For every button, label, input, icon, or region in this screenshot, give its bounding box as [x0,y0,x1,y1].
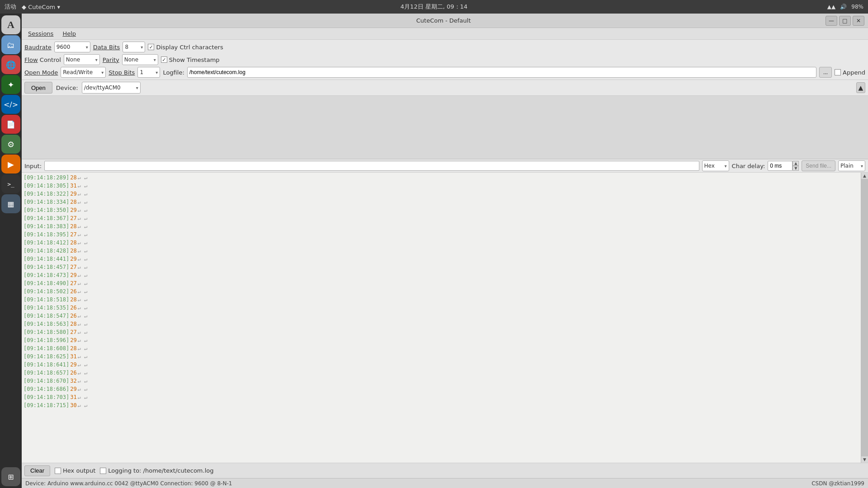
log-time: [09:14:18:289] [24,174,69,182]
log-time: [09:14:18:367] [24,214,69,222]
close-button[interactable]: ✕ [853,16,864,26]
logging-checkbox[interactable]: Logging to: /home/text/cutecom.log [100,467,213,474]
status-bar: Device: Arduino www.arduino.cc 0042 @tty… [22,478,868,488]
grid-icon[interactable]: ⊞ [1,467,20,486]
maximize-button[interactable]: □ [839,16,851,26]
text-editor-icon[interactable]: A [1,15,20,34]
log-value: 28 [70,222,76,230]
open-button[interactable]: Open [24,82,52,94]
app-menu-label[interactable]: ◆ CuteCom ▾ [22,4,60,10]
hex-mode-select[interactable]: Hex ▾ [702,160,729,171]
log-value: 29 [70,255,76,263]
log-line: [09:14:18:383] 28 ↵ ↵ [24,222,866,230]
logfile-input[interactable] [187,67,816,78]
append-check [835,69,841,75]
log-value: 31 [70,182,76,190]
scroll-down-icon[interactable]: ▼ [862,456,867,463]
collapse-arrow-icon[interactable]: ▲ [856,82,865,93]
baudrate-select[interactable]: 9600 ▾ [54,42,90,52]
log-line: [09:14:18:367] 27 ↵ ↵ [24,214,866,222]
spinner-down-icon[interactable]: ▼ [793,166,799,171]
log-value: 27 [70,230,76,239]
data-bits-label: Data Bits [93,44,120,51]
help-menu[interactable]: Help [59,29,80,38]
log-value: 28 [70,239,76,247]
toolbar-row-3: Open Mode Read/Write ▾ Stop Bits 1 ▾ Log… [24,67,865,78]
toolbar: Baudrate 9600 ▾ Data Bits 8 ▾ Display Ct… [22,40,868,80]
stop-bits-select[interactable]: 1 ▾ [137,67,160,78]
log-time: [09:14:18:305] [24,182,69,190]
pdf-icon[interactable]: 📄 [1,115,20,134]
log-time: [09:14:18:428] [24,247,69,255]
log-raw: ↵ ↵ [78,214,88,222]
log-area[interactable]: [09:14:18:289] 28 ↵ ↵[09:14:18:305] 31 ↵… [22,173,868,462]
spin-icon[interactable]: ✦ [1,75,20,94]
sessions-menu[interactable]: Sessions [24,29,57,38]
send-file-button[interactable]: Send file... [802,160,835,171]
volume-icon: 🔊 [840,4,847,10]
log-value: 26 [70,312,76,320]
flow-control-select[interactable]: None ▾ [64,54,100,65]
log-raw: ↵ ↵ [78,206,88,214]
terminal-icon[interactable]: >_ [1,174,20,193]
log-time: [09:14:18:457] [24,263,69,271]
data-bits-select[interactable]: 8 ▾ [123,42,145,52]
gear-icon[interactable]: ⚙ [1,135,20,154]
log-time: [09:14:18:383] [24,222,69,230]
display-ctrl-checkbox[interactable]: Display Ctrl characters [148,44,223,51]
log-value: 28 [70,344,76,352]
log-time: [09:14:18:322] [24,190,69,198]
log-value: 29 [70,271,76,279]
parity-label: Parity [103,56,119,63]
log-value: 28 [70,296,76,304]
show-timestamp-checkbox[interactable]: Show Timestamp [161,56,220,63]
char-delay-input-wrap: ▲ ▼ [768,161,799,171]
scroll-up-icon[interactable]: ▲ [862,173,867,179]
plain-select[interactable]: Plain ▾ [838,160,865,171]
parity-select[interactable]: None ▾ [122,54,158,65]
open-mode-select[interactable]: Read/Write ▾ [61,67,106,78]
log-value: 27 [70,214,76,222]
log-time: [09:14:18:703] [24,393,69,401]
minimize-button[interactable]: — [826,16,837,26]
panel-icon[interactable]: ▦ [1,194,20,213]
hex-output-label: Hex output [63,467,95,474]
window-title: CuteCom - Default [416,17,471,24]
log-value: 29 [70,336,76,344]
browser-icon[interactable]: 🌐 [1,55,20,74]
log-raw: ↵ ↵ [78,271,88,279]
activity-label[interactable]: 活动 [5,3,16,11]
display-ctrl-label: Display Ctrl characters [156,44,223,51]
log-line: [09:14:18:715] 30 ↵ ↵ [24,401,866,409]
display-ctrl-check [148,44,154,50]
log-line: [09:14:18:535] 26 ↵ ↵ [24,304,866,312]
log-raw: ↵ ↵ [78,352,88,361]
log-time: [09:14:18:441] [24,255,69,263]
log-time: [09:14:18:608] [24,344,69,352]
log-time: [09:14:18:596] [24,336,69,344]
empty-panel [22,96,868,159]
scrollbar[interactable]: ▲ ▼ [861,173,868,463]
browse-button[interactable]: ... [819,67,832,78]
log-raw: ↵ ↵ [78,255,88,263]
files-icon[interactable]: 🗂 [1,35,20,54]
log-value: 29 [70,361,76,369]
log-raw: ↵ ↵ [78,222,88,230]
hex-output-checkbox[interactable]: Hex output [55,467,95,474]
log-raw: ↵ ↵ [78,182,88,190]
log-line: [09:14:18:395] 27 ↵ ↵ [24,230,866,239]
clear-button[interactable]: Clear [24,465,50,476]
char-delay-input[interactable] [768,161,793,171]
vlc-icon[interactable]: ▶ [1,155,20,174]
vscode-icon[interactable]: </> [1,95,20,114]
input-field[interactable] [44,161,699,171]
char-delay-spinner[interactable]: ▲ ▼ [793,161,799,171]
log-value: 26 [70,304,76,312]
title-bar: CuteCom - Default — □ ✕ [22,14,868,28]
system-bar-datetime: 4月12日 星期二, 09：14 [401,3,467,11]
log-line: [09:14:18:596] 29 ↵ ↵ [24,336,866,344]
device-select[interactable]: /dev/ttyACM0 ▾ [82,82,141,94]
spinner-up-icon[interactable]: ▲ [793,161,799,166]
log-raw: ↵ ↵ [78,247,88,255]
append-checkbox[interactable]: Append [835,69,865,76]
